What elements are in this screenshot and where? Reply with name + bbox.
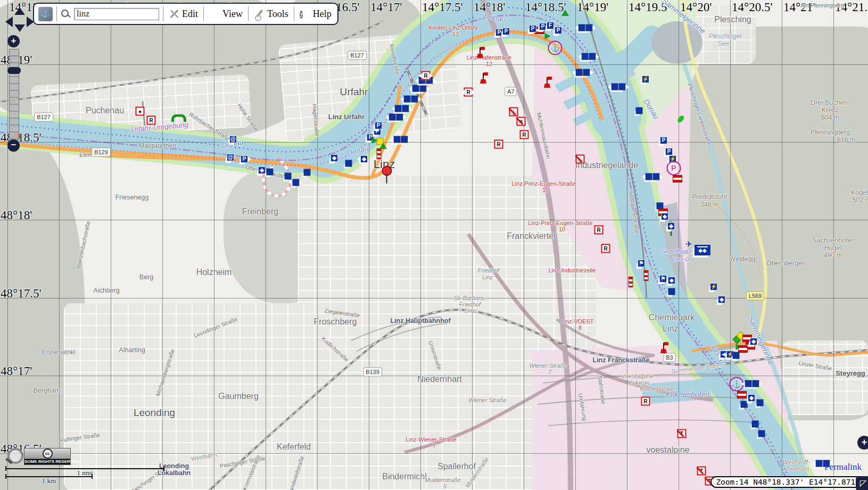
notice-sign[interactable]: ◆ (330, 154, 338, 162)
search-result-marker[interactable] (382, 166, 392, 176)
zoom-out-button[interactable]: − (7, 139, 20, 152)
notice-sign[interactable]: ◆ (750, 338, 757, 345)
red-buoy[interactable] (480, 73, 487, 84)
notice-sign[interactable]: ◆ (360, 155, 368, 163)
corner-arrow-button[interactable]: ◸ (856, 476, 868, 490)
diamond-board-sign[interactable]: ◆◆ (694, 244, 711, 256)
parking-sign[interactable]: P (529, 25, 536, 32)
prohibition-sign[interactable]: ✕ (517, 117, 526, 126)
pair-seamark[interactable] (394, 136, 408, 143)
notice-sign[interactable]: ◆ (661, 213, 668, 220)
notice-sign[interactable]: ◆ (667, 222, 675, 230)
parking-sign[interactable]: P (555, 27, 562, 34)
striped-board-sign[interactable] (738, 345, 748, 353)
navy-seamark[interactable] (285, 173, 292, 180)
striped-beacon[interactable] (629, 277, 633, 287)
striped-board-sign[interactable] (673, 175, 682, 182)
navy-seamark[interactable] (668, 288, 675, 295)
notice-sign[interactable]: ⚑ (638, 260, 645, 267)
cable-sign[interactable]: ⚡ (642, 76, 649, 83)
restriction-sign[interactable]: ● (136, 107, 145, 116)
parking-sign[interactable]: P (375, 122, 382, 129)
cc-license-badge[interactable]: cc SOME RIGHTS RESERVED (24, 448, 71, 464)
pair-seamark[interactable] (576, 69, 590, 76)
red-buoy[interactable] (543, 77, 551, 88)
parking-sign[interactable]: P (539, 23, 547, 30)
restriction-sign[interactable]: R (601, 244, 610, 253)
restriction-sign[interactable]: R (594, 226, 604, 235)
notice-sign[interactable]: ◆ (748, 394, 755, 402)
parking-sign[interactable]: P (660, 137, 667, 144)
zoom-slider-track[interactable] (9, 49, 19, 140)
anchorage-symbol[interactable]: P (667, 161, 681, 176)
notice-sign[interactable]: F (547, 22, 554, 29)
notice-sign[interactable]: ◆ (668, 277, 675, 284)
green-arrow-mark[interactable] (372, 137, 378, 144)
airfield-icon[interactable]: ✈ (685, 239, 692, 249)
notice-sign[interactable]: ◆ (258, 167, 266, 174)
restriction-sign[interactable]: R (421, 71, 431, 80)
pair-seamark[interactable] (582, 53, 596, 60)
prohibition-sign[interactable]: T (697, 467, 706, 476)
pair-seamark[interactable] (745, 380, 759, 387)
maximize-control-button[interactable]: + (857, 436, 868, 450)
pair-seamark[interactable] (578, 24, 593, 31)
pair-seamark[interactable] (404, 96, 418, 103)
navy-seamark[interactable] (733, 352, 740, 359)
restriction-sign[interactable]: R (520, 130, 529, 139)
permalink-link[interactable]: Permalink (824, 462, 862, 472)
restriction-sign[interactable]: R (494, 140, 503, 149)
parking-sign[interactable]: P (665, 148, 673, 155)
green-cone-mark[interactable] (561, 10, 569, 16)
navy-seamark[interactable] (304, 169, 311, 176)
navy-seamark[interactable] (636, 107, 643, 114)
pan-right-button[interactable] (27, 16, 34, 27)
navy-seamark[interactable] (267, 169, 274, 176)
prohibition-sign[interactable]: ⚓ (576, 155, 585, 164)
notice-sign[interactable]: ◆ (718, 296, 725, 303)
pair-seamark[interactable] (611, 84, 626, 90)
striped-beacon[interactable] (377, 148, 382, 159)
zoom-slider-handle[interactable] (7, 67, 21, 74)
menu-view[interactable]: View (208, 9, 244, 20)
green-arrow-mark[interactable] (545, 33, 551, 39)
parking-sign[interactable]: P (241, 155, 248, 163)
navy-seamark[interactable] (345, 160, 352, 167)
pair-seamark[interactable] (646, 173, 660, 180)
prohibition-sign[interactable]: ⚓ (509, 107, 518, 117)
red-buoy[interactable] (660, 343, 667, 353)
navy-seamark[interactable] (758, 430, 765, 437)
notice-sign[interactable]: ⚑ (659, 275, 667, 283)
restriction-sign[interactable]: R (641, 397, 650, 406)
navy-seamark[interactable] (752, 421, 759, 428)
pan-up-button[interactable] (14, 7, 25, 15)
notice-sign[interactable]: @ (229, 136, 237, 143)
pair-seamark[interactable] (412, 85, 427, 92)
red-buoy[interactable] (476, 47, 484, 58)
pan-left-button[interactable] (5, 16, 13, 27)
menu-tools[interactable]: Tools (252, 9, 290, 20)
menu-help[interactable]: ? Help (298, 9, 333, 20)
map-viewport[interactable]: 14°13.5'14°14'14°14.5'14°15'14°15.5'14°1… (0, 0, 868, 490)
openseamap-logo-icon[interactable] (6, 448, 24, 466)
prohibition-sign[interactable]: T (677, 429, 687, 438)
zoom-in-button[interactable]: + (7, 35, 20, 47)
pair-seamark[interactable] (389, 114, 403, 121)
parking-sign[interactable]: P (502, 28, 510, 35)
search-input[interactable] (74, 8, 159, 20)
restriction-sign[interactable]: R (464, 88, 473, 97)
restriction-sign[interactable]: R (147, 116, 156, 125)
navy-seamark[interactable] (741, 401, 748, 408)
striped-beacon[interactable] (644, 270, 649, 281)
notice-sign[interactable]: @ (227, 154, 234, 161)
cable-sign[interactable]: ⚡ (710, 283, 717, 290)
navy-seamark[interactable] (757, 400, 764, 406)
parking-sign[interactable]: P (495, 29, 503, 36)
pan-down-button[interactable] (14, 24, 25, 32)
striped-board-sign[interactable] (737, 391, 747, 398)
pair-seamark[interactable] (395, 105, 409, 112)
anchorage-symbol[interactable]: ⚓ (548, 41, 563, 55)
navy-seamark[interactable] (293, 179, 300, 186)
green-beacon[interactable] (171, 114, 186, 122)
app-logo-icon[interactable]: ⚓ (38, 7, 53, 21)
